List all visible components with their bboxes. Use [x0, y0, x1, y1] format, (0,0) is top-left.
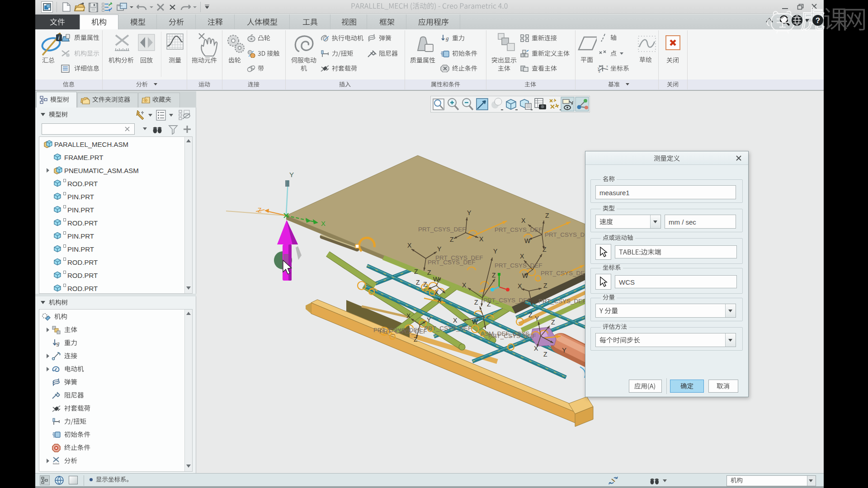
svg-text:Y: Y	[289, 171, 294, 178]
svg-text:PRT_CSYS_DEF: PRT_CSYS_DEF	[428, 259, 476, 266]
svg-text:Z: Z	[543, 282, 547, 289]
svg-text:Z: Z	[545, 212, 549, 219]
svg-text:Z: Z	[474, 299, 478, 306]
svg-text:PRT_CSYS_DEF: PRT_CSYS_DEF	[483, 297, 531, 304]
svg-text:Y: Y	[493, 248, 498, 255]
svg-text:g: g	[446, 35, 449, 42]
svg-text:X: X	[437, 296, 442, 304]
svg-text:X: X	[520, 253, 524, 260]
svg-text:x: x	[606, 64, 608, 68]
svg-text:Z: Z	[414, 268, 418, 275]
svg-text:Z: Z	[528, 311, 533, 319]
svg-text:Y: Y	[562, 346, 566, 354]
svg-text:Z: Z	[416, 279, 420, 286]
svg-text:PRT_CSYS_DEF: PRT_CSYS_DEF	[495, 262, 542, 269]
svg-text:Y: Y	[535, 315, 539, 322]
svg-text:W: W	[522, 272, 528, 279]
svg-text:X: X	[321, 220, 326, 227]
svg-text:X: X	[534, 345, 538, 352]
svg-text:PRT_CSYS_DEF: PRT_CSYS_DEF	[538, 298, 586, 305]
svg-text:g: g	[57, 340, 60, 347]
svg-text:Z: Z	[551, 319, 555, 326]
svg-text:Z: Z	[427, 269, 431, 276]
svg-text:PRT_CSYS_DEF: PRT_CSYS_DEF	[418, 226, 466, 233]
svg-text:W: W	[472, 318, 478, 325]
svg-text:z: z	[599, 70, 600, 73]
svg-text:X: X	[521, 217, 526, 224]
svg-text:X: X	[479, 235, 484, 243]
svg-text:PRT_CSYS_DEF: PRT_CSYS_DEF	[379, 328, 427, 335]
svg-text:X: X	[453, 317, 458, 324]
svg-text:Y: Y	[427, 316, 431, 324]
svg-text:X: X	[407, 242, 412, 249]
svg-text:Y: Y	[467, 209, 472, 216]
svg-text:PRT_CSYS_DEF: PRT_CSYS_DEF	[424, 325, 472, 332]
svg-text:ASM_DEF_CSYS: ASM_DEF_CSYS	[481, 330, 529, 337]
svg-text:?: ?	[816, 16, 820, 25]
svg-text:X: X	[518, 282, 522, 290]
svg-text:Z: Z	[542, 246, 547, 253]
svg-text:Z: Z	[543, 351, 547, 358]
svg-text:W: W	[433, 276, 439, 283]
svg-text:Z: Z	[423, 281, 427, 288]
svg-text:W: W	[524, 237, 531, 244]
svg-text:Y: Y	[437, 245, 442, 253]
svg-text:Z: Z	[414, 336, 418, 343]
svg-text:X: X	[434, 289, 439, 296]
svg-text:X: X	[406, 312, 411, 319]
svg-text:i: i	[58, 35, 60, 41]
svg-text:X: X	[462, 282, 467, 289]
svg-text:Z: Z	[492, 272, 496, 279]
svg-text:PRT_CSYS_DEF: PRT_CSYS_DEF	[495, 226, 542, 233]
svg-text:PRT_CSYS_DEF: PRT_CSYS_DEF	[541, 270, 589, 277]
svg-text:Z: Z	[450, 236, 454, 243]
